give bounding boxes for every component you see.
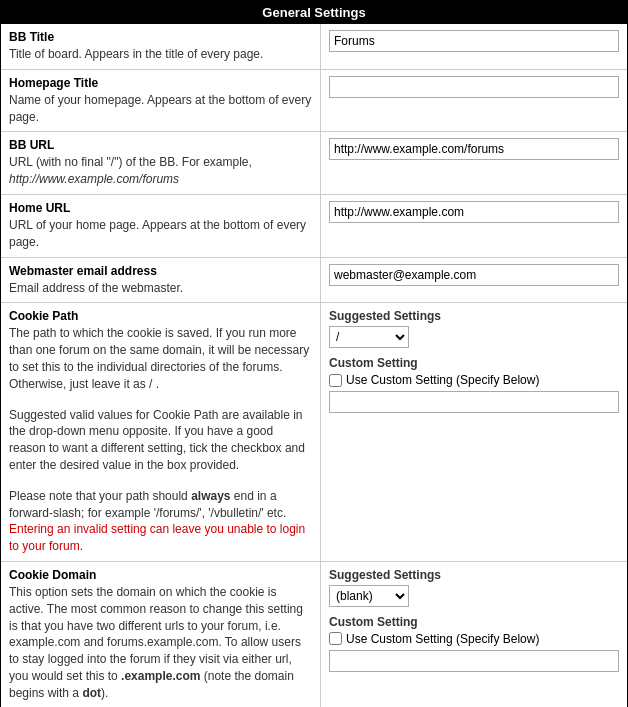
input-col-cookie-domain: Suggested Settings (blank) Custom Settin… bbox=[321, 562, 627, 707]
cookie-path-custom-input[interactable] bbox=[329, 391, 619, 413]
row-webmaster-email: Webmaster email address Email address of… bbox=[1, 258, 627, 304]
label-bb-title: BB Title Title of board. Appears in the … bbox=[1, 24, 321, 69]
cookie-path-custom-checkbox-label: Use Custom Setting (Specify Below) bbox=[346, 373, 539, 387]
homepage-title-input[interactable] bbox=[329, 76, 619, 98]
field-desc-home-url: URL of your home page. Appears at the bo… bbox=[9, 218, 306, 249]
field-desc-cookie-path-3: Please note that your path should always… bbox=[9, 489, 286, 520]
page-container: General Settings BB Title Title of board… bbox=[0, 0, 628, 707]
cookie-domain-custom-label: Custom Setting bbox=[329, 615, 619, 629]
field-desc-cookie-domain-1: This option sets the domain on which the… bbox=[9, 585, 303, 700]
settings-content: BB Title Title of board. Appears in the … bbox=[1, 24, 627, 707]
input-col-homepage-title bbox=[321, 70, 627, 132]
label-cookie-path: Cookie Path The path to which the cookie… bbox=[1, 303, 321, 561]
cookie-path-warning: Entering an invalid setting can leave yo… bbox=[9, 522, 305, 553]
cookie-path-suggested-select[interactable]: / bbox=[329, 326, 409, 348]
label-cookie-domain: Cookie Domain This option sets the domai… bbox=[1, 562, 321, 707]
input-col-bb-title bbox=[321, 24, 627, 69]
page-title: General Settings bbox=[1, 1, 627, 24]
cookie-domain-custom-row: Use Custom Setting (Specify Below) bbox=[329, 632, 619, 646]
row-homepage-title: Homepage Title Name of your homepage. Ap… bbox=[1, 70, 627, 133]
cookie-domain-custom-checkbox[interactable] bbox=[329, 632, 342, 645]
cookie-path-custom-checkbox[interactable] bbox=[329, 374, 342, 387]
bb-title-input[interactable] bbox=[329, 30, 619, 52]
field-desc-bb-url: URL (with no final "/") of the BB. For e… bbox=[9, 155, 252, 186]
row-bb-title: BB Title Title of board. Appears in the … bbox=[1, 24, 627, 70]
field-title-bb-url: BB URL bbox=[9, 138, 312, 152]
field-title-cookie-domain: Cookie Domain bbox=[9, 568, 312, 582]
input-col-bb-url bbox=[321, 132, 627, 194]
cookie-path-custom-label: Custom Setting bbox=[329, 356, 619, 370]
cookie-path-suggested-label: Suggested Settings bbox=[329, 309, 619, 323]
field-title-home-url: Home URL bbox=[9, 201, 312, 215]
cookie-domain-custom-checkbox-label: Use Custom Setting (Specify Below) bbox=[346, 632, 539, 646]
row-cookie-domain: Cookie Domain This option sets the domai… bbox=[1, 562, 627, 707]
field-title-webmaster-email: Webmaster email address bbox=[9, 264, 312, 278]
input-col-home-url bbox=[321, 195, 627, 257]
field-title-bb-title: BB Title bbox=[9, 30, 312, 44]
field-title-homepage-title: Homepage Title bbox=[9, 76, 312, 90]
field-desc-webmaster-email: Email address of the webmaster. bbox=[9, 281, 183, 295]
label-home-url: Home URL URL of your home page. Appears … bbox=[1, 195, 321, 257]
field-title-cookie-path: Cookie Path bbox=[9, 309, 312, 323]
row-bb-url: BB URL URL (with no final "/") of the BB… bbox=[1, 132, 627, 195]
home-url-input[interactable] bbox=[329, 201, 619, 223]
field-desc-cookie-path-1: The path to which the cookie is saved. I… bbox=[9, 326, 309, 390]
row-home-url: Home URL URL of your home page. Appears … bbox=[1, 195, 627, 258]
label-homepage-title: Homepage Title Name of your homepage. Ap… bbox=[1, 70, 321, 132]
input-col-webmaster-email bbox=[321, 258, 627, 303]
cookie-path-custom-row: Use Custom Setting (Specify Below) bbox=[329, 373, 619, 387]
input-col-cookie-path: Suggested Settings / Custom Setting Use … bbox=[321, 303, 627, 561]
row-cookie-path: Cookie Path The path to which the cookie… bbox=[1, 303, 627, 562]
label-bb-url: BB URL URL (with no final "/") of the BB… bbox=[1, 132, 321, 194]
cookie-domain-custom-input[interactable] bbox=[329, 650, 619, 672]
field-desc-cookie-path-2: Suggested valid values for Cookie Path a… bbox=[9, 408, 305, 472]
webmaster-email-input[interactable] bbox=[329, 264, 619, 286]
label-webmaster-email: Webmaster email address Email address of… bbox=[1, 258, 321, 303]
cookie-domain-suggested-label: Suggested Settings bbox=[329, 568, 619, 582]
bb-url-input[interactable] bbox=[329, 138, 619, 160]
field-desc-bb-title: Title of board. Appears in the title of … bbox=[9, 47, 263, 61]
field-desc-homepage-title: Name of your homepage. Appears at the bo… bbox=[9, 93, 311, 124]
cookie-domain-suggested-select[interactable]: (blank) bbox=[329, 585, 409, 607]
